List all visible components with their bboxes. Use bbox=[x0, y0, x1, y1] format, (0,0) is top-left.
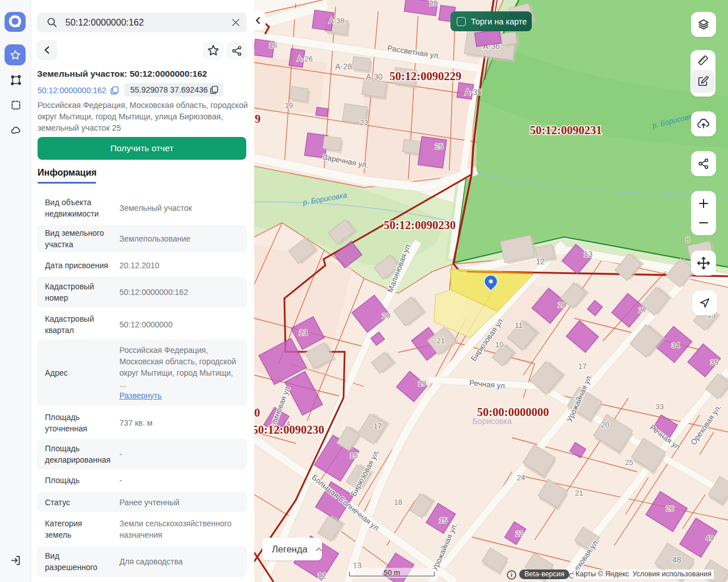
svg-text:20: 20 bbox=[601, 421, 609, 429]
svg-text:25: 25 bbox=[435, 142, 443, 151]
svg-text:0: 0 bbox=[254, 406, 260, 419]
svg-text:А-28: А-28 bbox=[335, 62, 352, 71]
svg-text:23: 23 bbox=[360, 118, 368, 127]
svg-text:18: 18 bbox=[394, 498, 402, 506]
svg-text:15: 15 bbox=[350, 451, 358, 460]
svg-text:19: 19 bbox=[418, 379, 426, 388]
svg-text:21: 21 bbox=[437, 336, 445, 345]
svg-text:19: 19 bbox=[285, 101, 293, 110]
svg-text:9: 9 bbox=[255, 113, 260, 125]
svg-text:33: 33 bbox=[656, 402, 664, 411]
svg-text:50:12:0090230: 50:12:0090230 bbox=[254, 423, 324, 436]
svg-text:13: 13 bbox=[584, 250, 593, 259]
svg-text:18: 18 bbox=[269, 41, 277, 49]
svg-text:21: 21 bbox=[575, 489, 583, 497]
svg-text:10: 10 bbox=[495, 340, 503, 349]
svg-text:А-26: А-26 bbox=[297, 55, 312, 63]
svg-text:12: 12 bbox=[536, 257, 545, 266]
svg-text:50:12:0090229: 50:12:0090229 bbox=[390, 70, 461, 82]
svg-text:25: 25 bbox=[625, 458, 633, 467]
svg-text:20: 20 bbox=[429, 0, 437, 7]
svg-text:15: 15 bbox=[439, 516, 447, 525]
svg-text:26: 26 bbox=[666, 504, 674, 513]
svg-text:13: 13 bbox=[299, 328, 308, 337]
svg-text:48: 48 bbox=[672, 555, 681, 564]
svg-text:50:12:0090230: 50:12:0090230 bbox=[384, 219, 456, 231]
svg-text:24: 24 bbox=[517, 473, 525, 482]
svg-text:12: 12 bbox=[317, 571, 326, 580]
svg-text:50:00:0000000: 50:00:0000000 bbox=[477, 406, 549, 418]
svg-text:35: 35 bbox=[710, 358, 718, 367]
svg-text:17: 17 bbox=[374, 422, 382, 430]
svg-text:А-30: А-30 bbox=[366, 72, 383, 81]
svg-text:49: 49 bbox=[706, 534, 714, 542]
svg-text:17: 17 bbox=[578, 362, 586, 371]
svg-text:50:12:0090231: 50:12:0090231 bbox=[530, 124, 602, 136]
svg-text:11: 11 bbox=[515, 321, 523, 330]
svg-text:8: 8 bbox=[685, 235, 689, 244]
svg-text:А-35: А-35 bbox=[465, 88, 482, 97]
svg-text:34: 34 bbox=[672, 341, 680, 350]
svg-text:22: 22 bbox=[515, 530, 523, 538]
svg-text:20: 20 bbox=[382, 311, 390, 320]
svg-text:А-38: А-38 bbox=[329, 16, 344, 25]
